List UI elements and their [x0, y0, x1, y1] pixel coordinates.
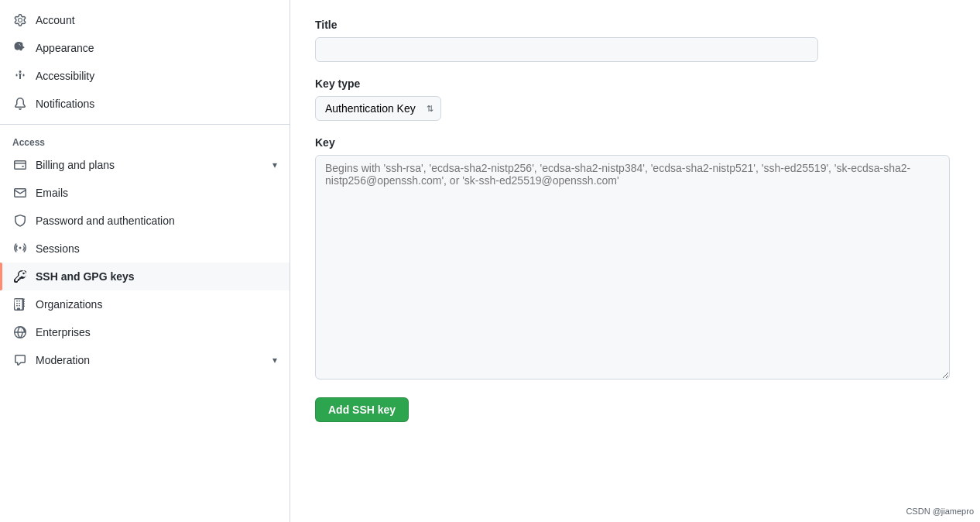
chevron-down-icon: ▾	[272, 160, 277, 170]
key-icon	[12, 269, 28, 284]
gear-icon	[12, 12, 28, 28]
watermark: CSDN @jiamepro	[906, 507, 974, 516]
shield-icon	[12, 213, 28, 228]
sidebar-item-organizations[interactable]: Organizations	[0, 290, 290, 318]
mail-icon	[12, 185, 28, 201]
sidebar-item-enterprises[interactable]: Enterprises	[0, 318, 290, 346]
key-type-select[interactable]: Authentication Key Signing Key	[315, 96, 441, 121]
broadcast-icon	[12, 241, 28, 256]
title-group: Title	[315, 19, 955, 62]
sidebar-item-accessibility[interactable]: Accessibility	[0, 62, 290, 90]
sidebar-item-emails-label: Emails	[36, 187, 277, 199]
credit-card-icon	[12, 157, 28, 173]
sidebar-item-password-label: Password and authentication	[36, 215, 277, 227]
main-content: Title Key type Authentication Key Signin…	[290, 0, 980, 522]
sidebar-item-account-label: Account	[36, 14, 277, 26]
sidebar-item-enterprises-label: Enterprises	[36, 326, 277, 338]
key-group: Key	[315, 136, 955, 382]
sidebar-item-sessions-label: Sessions	[36, 242, 277, 255]
sidebar-item-emails[interactable]: Emails	[0, 179, 290, 207]
organization-icon	[12, 297, 28, 312]
sidebar-item-account[interactable]: Account	[0, 6, 290, 34]
bell-icon	[12, 96, 28, 112]
globe-icon	[12, 325, 28, 340]
add-ssh-key-button[interactable]: Add SSH key	[315, 397, 409, 422]
accessibility-icon	[12, 68, 28, 84]
sidebar-item-billing[interactable]: Billing and plans ▾	[0, 151, 290, 179]
paintbrush-icon	[12, 40, 28, 56]
sidebar-item-appearance[interactable]: Appearance	[0, 34, 290, 62]
sidebar-item-ssh-label: SSH and GPG keys	[36, 270, 277, 283]
sidebar: Account Appearance Accessibility Notific…	[0, 0, 290, 522]
title-label: Title	[315, 19, 955, 31]
key-textarea[interactable]	[315, 155, 950, 379]
sidebar-item-billing-label: Billing and plans	[36, 159, 265, 171]
sidebar-divider	[0, 124, 290, 125]
key-type-label: Key type	[315, 77, 955, 90]
sidebar-item-accessibility-label: Accessibility	[36, 70, 277, 82]
sidebar-item-organizations-label: Organizations	[36, 298, 277, 311]
sidebar-item-moderation-label: Moderation	[36, 354, 265, 366]
chevron-down-icon-moderation: ▾	[272, 355, 277, 366]
sidebar-item-notifications-label: Notifications	[36, 98, 277, 110]
comment-icon	[12, 352, 28, 368]
sidebar-item-appearance-label: Appearance	[36, 42, 277, 54]
access-section-label: Access	[0, 131, 290, 151]
key-type-group: Key type Authentication Key Signing Key …	[315, 77, 955, 121]
sidebar-item-moderation[interactable]: Moderation ▾	[0, 346, 290, 374]
key-label: Key	[315, 136, 955, 149]
sidebar-item-ssh[interactable]: SSH and GPG keys	[0, 263, 290, 290]
sidebar-item-sessions[interactable]: Sessions	[0, 235, 290, 263]
sidebar-item-notifications[interactable]: Notifications	[0, 90, 290, 118]
title-input[interactable]	[315, 37, 818, 62]
sidebar-item-password[interactable]: Password and authentication	[0, 207, 290, 235]
key-type-select-wrapper: Authentication Key Signing Key ⇅	[315, 96, 441, 121]
